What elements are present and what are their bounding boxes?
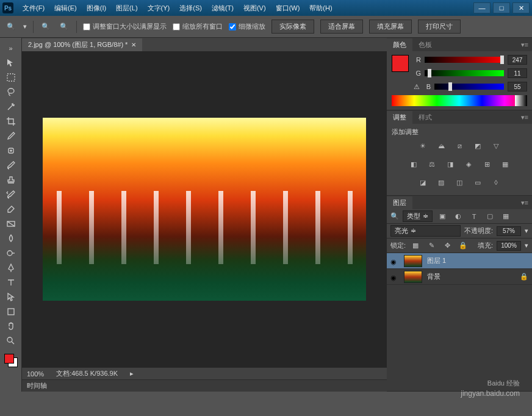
fit-screen-button[interactable]: 适合屏幕: [320, 20, 363, 34]
filter-adjust-icon[interactable]: ◐: [452, 211, 464, 222]
balance-icon[interactable]: ⚖: [426, 159, 438, 170]
tab-swatches[interactable]: 色板: [412, 38, 438, 51]
visibility-icon[interactable]: ◉: [390, 258, 399, 264]
tab-styles[interactable]: 样式: [412, 111, 438, 124]
eraser-tool[interactable]: [4, 203, 18, 216]
filter-type-icon[interactable]: T: [468, 211, 480, 222]
filter-smart-icon[interactable]: ▦: [500, 211, 512, 222]
exposure-icon[interactable]: ◩: [472, 140, 484, 151]
dropdown-arrow-icon[interactable]: ▾: [23, 23, 27, 30]
document-tab[interactable]: 2.jpg @ 100% (图层 1, RGB/8#) * ✕: [22, 38, 142, 51]
lock-all-icon[interactable]: 🔒: [457, 240, 469, 251]
layer-item[interactable]: ◉ 图层 1: [387, 253, 532, 269]
layer-item[interactable]: ◉ 背景 🔒: [387, 269, 532, 285]
resize-fit-checkbox[interactable]: 调整窗口大小以满屏显示: [83, 22, 167, 31]
r-slider[interactable]: [425, 57, 504, 63]
crop-tool[interactable]: [4, 115, 18, 128]
foreground-color-swatch[interactable]: [4, 354, 14, 364]
blur-tool[interactable]: [4, 232, 18, 245]
layer-thumbnail[interactable]: [404, 271, 422, 283]
pen-tool[interactable]: [4, 261, 18, 274]
menu-select[interactable]: 选择(S): [175, 2, 206, 15]
filter-shape-icon[interactable]: ▢: [484, 211, 496, 222]
b-value[interactable]: [508, 82, 527, 91]
lasso-tool[interactable]: [4, 85, 18, 99]
menu-file[interactable]: 文件(F): [18, 2, 49, 15]
brush-tool[interactable]: [4, 159, 18, 172]
filter-kind-dropdown[interactable]: 类型 ≑: [403, 210, 433, 222]
invert-icon[interactable]: ◪: [417, 177, 429, 188]
menu-image[interactable]: 图像(I): [82, 2, 110, 15]
filter-image-icon[interactable]: ▣: [436, 211, 448, 222]
history-brush-tool[interactable]: [4, 188, 18, 201]
fine-zoom-checkbox[interactable]: 细微缩放: [229, 22, 265, 31]
g-value[interactable]: [508, 68, 527, 78]
gamut-warning-icon[interactable]: ⚠: [414, 83, 420, 91]
maximize-button[interactable]: □: [493, 2, 510, 13]
menu-view[interactable]: 视图(V): [239, 2, 270, 15]
tab-layers[interactable]: 图层: [387, 196, 412, 209]
lock-transparency-icon[interactable]: ▩: [409, 240, 422, 251]
collapse-tools-icon[interactable]: »: [4, 41, 18, 55]
fill-screen-button[interactable]: 填充屏幕: [369, 20, 412, 34]
b-slider[interactable]: [434, 84, 504, 90]
timeline-panel[interactable]: 时间轴: [22, 379, 387, 392]
panel-menu-icon[interactable]: ▾≡: [517, 199, 532, 207]
brightness-icon[interactable]: ☀: [417, 140, 429, 151]
tab-adjustments[interactable]: 调整: [387, 111, 412, 124]
eyedropper-tool[interactable]: [4, 129, 18, 143]
gradient-map-icon[interactable]: ▭: [472, 177, 484, 188]
zoom-out-icon[interactable]: 🔍: [58, 21, 70, 33]
canvas[interactable]: [22, 51, 387, 367]
g-slider[interactable]: [425, 70, 504, 76]
curves-icon[interactable]: ⧄: [453, 140, 466, 151]
menu-layer[interactable]: 图层(L): [112, 2, 142, 15]
print-size-button[interactable]: 打印尺寸: [418, 20, 461, 34]
status-arrow-icon[interactable]: ▸: [130, 370, 134, 378]
zoom-all-checkbox[interactable]: 缩放所有窗口: [173, 22, 223, 31]
hand-tool[interactable]: [4, 320, 18, 333]
selective-icon[interactable]: ◊: [490, 177, 502, 188]
type-tool[interactable]: [4, 276, 18, 289]
path-select-tool[interactable]: [4, 290, 18, 304]
menu-window[interactable]: 窗口(W): [271, 2, 304, 15]
color-spectrum[interactable]: [392, 95, 527, 106]
mixer-icon[interactable]: ⊞: [481, 159, 493, 170]
close-button[interactable]: ✕: [512, 2, 530, 13]
tab-color[interactable]: 颜色: [387, 38, 412, 51]
panel-menu-icon[interactable]: ▾≡: [517, 41, 532, 49]
levels-icon[interactable]: ⛰: [435, 140, 447, 151]
layer-thumbnail[interactable]: [404, 255, 422, 267]
actual-pixels-button[interactable]: 实际像素: [271, 20, 314, 34]
lock-position-icon[interactable]: ✥: [441, 240, 453, 251]
lookup-icon[interactable]: ▦: [499, 159, 511, 170]
menu-filter[interactable]: 滤镜(T): [207, 2, 238, 15]
menu-type[interactable]: 文字(Y): [143, 2, 174, 15]
color-swatches[interactable]: [4, 354, 18, 367]
move-tool[interactable]: [4, 56, 18, 70]
shape-tool[interactable]: [4, 305, 18, 318]
panel-menu-icon[interactable]: ▾≡: [517, 113, 532, 121]
magic-wand-tool[interactable]: [4, 100, 18, 113]
zoom-in-icon[interactable]: 🔍: [40, 21, 52, 33]
filter-kind-icon[interactable]: 🔍: [390, 212, 399, 220]
posterize-icon[interactable]: ▨: [435, 177, 447, 188]
lock-pixels-icon[interactable]: ✎: [425, 240, 437, 251]
visibility-icon[interactable]: ◉: [390, 274, 399, 280]
marquee-tool[interactable]: [4, 71, 18, 84]
menu-help[interactable]: 帮助(H): [305, 2, 336, 15]
blend-mode-dropdown[interactable]: 亮光 ≑: [390, 225, 461, 237]
vibrance-icon[interactable]: ▽: [490, 140, 502, 151]
gradient-tool[interactable]: [4, 217, 18, 231]
opacity-field[interactable]: [497, 226, 521, 236]
tab-close-icon[interactable]: ✕: [131, 41, 136, 48]
layer-name[interactable]: 图层 1: [427, 256, 446, 265]
minimize-button[interactable]: —: [473, 2, 491, 13]
chevron-down-icon[interactable]: ▾: [525, 227, 528, 235]
bw-icon[interactable]: ◨: [444, 159, 456, 170]
r-value[interactable]: [508, 55, 527, 65]
hue-icon[interactable]: ◧: [408, 159, 420, 170]
stamp-tool[interactable]: [4, 173, 18, 187]
zoom-level[interactable]: 100%: [27, 370, 44, 378]
threshold-icon[interactable]: ◫: [453, 177, 466, 188]
